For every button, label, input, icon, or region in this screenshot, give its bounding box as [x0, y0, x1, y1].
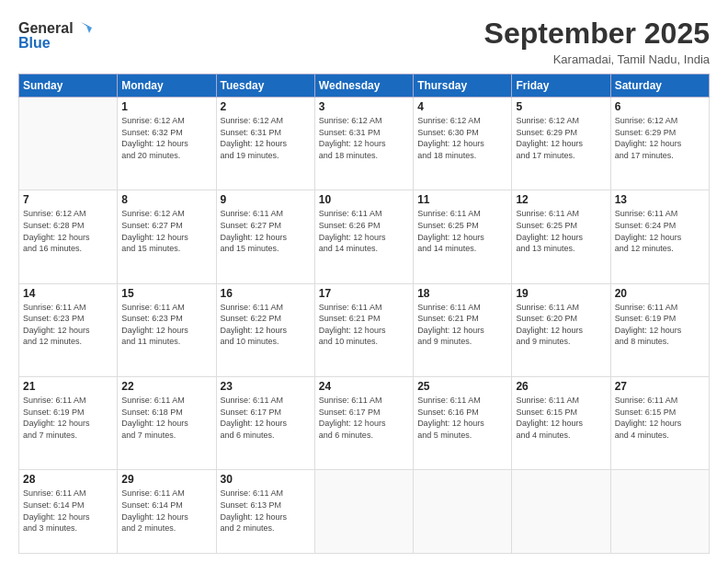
cell-info: Sunrise: 6:11 AM Sunset: 6:17 PM Dayligh…	[319, 395, 409, 441]
day-number: 4	[417, 100, 507, 113]
cell-info: Sunrise: 6:12 AM Sunset: 6:31 PM Dayligh…	[221, 115, 311, 161]
cell-info: Sunrise: 6:12 AM Sunset: 6:31 PM Dayligh…	[319, 115, 409, 161]
calendar-cell: 30Sunrise: 6:11 AM Sunset: 6:13 PM Dayli…	[216, 470, 314, 554]
cell-info: Sunrise: 6:11 AM Sunset: 6:20 PM Dayligh…	[516, 302, 606, 348]
calendar-day-header: Thursday	[414, 75, 512, 98]
cell-info: Sunrise: 6:11 AM Sunset: 6:19 PM Dayligh…	[23, 395, 113, 441]
cell-info: Sunrise: 6:12 AM Sunset: 6:30 PM Dayligh…	[417, 115, 507, 161]
day-number: 27	[615, 380, 705, 393]
day-number: 30	[221, 473, 311, 486]
cell-info: Sunrise: 6:11 AM Sunset: 6:14 PM Dayligh…	[121, 488, 211, 534]
day-number: 21	[23, 380, 113, 393]
day-number: 16	[221, 287, 311, 300]
day-number: 6	[615, 100, 705, 113]
day-number: 18	[417, 287, 507, 300]
calendar-cell: 26Sunrise: 6:11 AM Sunset: 6:15 PM Dayli…	[512, 376, 610, 469]
day-number: 5	[516, 100, 606, 113]
calendar-cell: 3Sunrise: 6:12 AM Sunset: 6:31 PM Daylig…	[314, 98, 413, 190]
calendar-cell: 20Sunrise: 6:11 AM Sunset: 6:19 PM Dayli…	[610, 283, 709, 376]
calendar-week-row: 28Sunrise: 6:11 AM Sunset: 6:14 PM Dayli…	[19, 470, 710, 554]
day-number: 26	[516, 380, 606, 393]
logo-bird-icon	[74, 20, 94, 37]
cell-info: Sunrise: 6:12 AM Sunset: 6:29 PM Dayligh…	[615, 115, 705, 161]
day-number: 23	[221, 380, 311, 393]
svg-marker-0	[81, 22, 92, 28]
calendar-cell	[512, 470, 610, 554]
calendar-cell: 15Sunrise: 6:11 AM Sunset: 6:23 PM Dayli…	[118, 283, 216, 376]
calendar-day-header: Tuesday	[216, 75, 314, 98]
calendar-cell: 7Sunrise: 6:12 AM Sunset: 6:28 PM Daylig…	[19, 190, 118, 283]
cell-info: Sunrise: 6:11 AM Sunset: 6:23 PM Dayligh…	[23, 302, 113, 348]
cell-info: Sunrise: 6:12 AM Sunset: 6:28 PM Dayligh…	[23, 208, 113, 254]
day-number: 3	[319, 100, 409, 113]
cell-info: Sunrise: 6:11 AM Sunset: 6:23 PM Dayligh…	[121, 302, 211, 348]
calendar-cell: 9Sunrise: 6:11 AM Sunset: 6:27 PM Daylig…	[216, 190, 314, 283]
calendar-day-header: Monday	[118, 75, 216, 98]
calendar-cell: 1Sunrise: 6:12 AM Sunset: 6:32 PM Daylig…	[118, 98, 216, 190]
calendar-cell	[19, 98, 118, 190]
day-number: 9	[221, 193, 311, 206]
calendar-cell: 21Sunrise: 6:11 AM Sunset: 6:19 PM Dayli…	[19, 376, 118, 469]
calendar-header-row: SundayMondayTuesdayWednesdayThursdayFrid…	[19, 75, 710, 98]
calendar-cell: 25Sunrise: 6:11 AM Sunset: 6:16 PM Dayli…	[414, 376, 512, 469]
day-number: 2	[221, 100, 311, 113]
calendar-cell: 5Sunrise: 6:12 AM Sunset: 6:29 PM Daylig…	[512, 98, 610, 190]
calendar-cell: 13Sunrise: 6:11 AM Sunset: 6:24 PM Dayli…	[610, 190, 709, 283]
calendar-cell: 16Sunrise: 6:11 AM Sunset: 6:22 PM Dayli…	[216, 283, 314, 376]
logo-blue: Blue	[18, 35, 51, 52]
calendar-cell: 17Sunrise: 6:11 AM Sunset: 6:21 PM Dayli…	[314, 283, 413, 376]
calendar-cell: 22Sunrise: 6:11 AM Sunset: 6:18 PM Dayli…	[118, 376, 216, 469]
cell-info: Sunrise: 6:12 AM Sunset: 6:32 PM Dayligh…	[121, 115, 211, 161]
calendar-day-header: Wednesday	[314, 75, 413, 98]
calendar-cell: 2Sunrise: 6:12 AM Sunset: 6:31 PM Daylig…	[216, 98, 314, 190]
day-number: 29	[121, 473, 211, 486]
calendar-week-row: 7Sunrise: 6:12 AM Sunset: 6:28 PM Daylig…	[19, 190, 710, 283]
cell-info: Sunrise: 6:11 AM Sunset: 6:21 PM Dayligh…	[417, 302, 507, 348]
calendar-week-row: 1Sunrise: 6:12 AM Sunset: 6:32 PM Daylig…	[19, 98, 710, 190]
day-number: 12	[516, 193, 606, 206]
title-block: September 2025 Karamadai, Tamil Nadu, In…	[484, 17, 710, 66]
calendar-cell: 18Sunrise: 6:11 AM Sunset: 6:21 PM Dayli…	[414, 283, 512, 376]
day-number: 1	[121, 100, 211, 113]
day-number: 8	[121, 193, 211, 206]
svg-marker-1	[86, 26, 92, 33]
calendar-day-header: Friday	[512, 75, 610, 98]
cell-info: Sunrise: 6:11 AM Sunset: 6:15 PM Dayligh…	[516, 395, 606, 441]
calendar-cell: 6Sunrise: 6:12 AM Sunset: 6:29 PM Daylig…	[610, 98, 709, 190]
calendar-cell: 24Sunrise: 6:11 AM Sunset: 6:17 PM Dayli…	[314, 376, 413, 469]
cell-info: Sunrise: 6:11 AM Sunset: 6:22 PM Dayligh…	[221, 302, 311, 348]
cell-info: Sunrise: 6:11 AM Sunset: 6:24 PM Dayligh…	[615, 208, 705, 254]
cell-info: Sunrise: 6:11 AM Sunset: 6:19 PM Dayligh…	[615, 302, 705, 348]
calendar-table: SundayMondayTuesdayWednesdayThursdayFrid…	[18, 74, 710, 554]
calendar-cell	[414, 470, 512, 554]
cell-info: Sunrise: 6:11 AM Sunset: 6:26 PM Dayligh…	[319, 208, 409, 254]
calendar-cell: 19Sunrise: 6:11 AM Sunset: 6:20 PM Dayli…	[512, 283, 610, 376]
cell-info: Sunrise: 6:11 AM Sunset: 6:13 PM Dayligh…	[221, 488, 311, 534]
calendar-cell: 12Sunrise: 6:11 AM Sunset: 6:25 PM Dayli…	[512, 190, 610, 283]
day-number: 22	[121, 380, 211, 393]
header: General Blue September 2025 Karamadai, T…	[18, 17, 710, 66]
calendar-week-row: 21Sunrise: 6:11 AM Sunset: 6:19 PM Dayli…	[19, 376, 710, 469]
day-number: 7	[23, 193, 113, 206]
cell-info: Sunrise: 6:11 AM Sunset: 6:27 PM Dayligh…	[221, 208, 311, 254]
day-number: 28	[23, 473, 113, 486]
calendar-cell: 11Sunrise: 6:11 AM Sunset: 6:25 PM Dayli…	[414, 190, 512, 283]
calendar-day-header: Saturday	[610, 75, 709, 98]
day-number: 17	[319, 287, 409, 300]
cell-info: Sunrise: 6:11 AM Sunset: 6:21 PM Dayligh…	[319, 302, 409, 348]
calendar-cell: 27Sunrise: 6:11 AM Sunset: 6:15 PM Dayli…	[610, 376, 709, 469]
calendar-cell: 8Sunrise: 6:12 AM Sunset: 6:27 PM Daylig…	[118, 190, 216, 283]
cell-info: Sunrise: 6:11 AM Sunset: 6:18 PM Dayligh…	[121, 395, 211, 441]
cell-info: Sunrise: 6:11 AM Sunset: 6:25 PM Dayligh…	[417, 208, 507, 254]
calendar-day-header: Sunday	[19, 75, 118, 98]
day-number: 24	[319, 380, 409, 393]
calendar-cell: 29Sunrise: 6:11 AM Sunset: 6:14 PM Dayli…	[118, 470, 216, 554]
calendar-cell	[610, 470, 709, 554]
calendar-cell: 28Sunrise: 6:11 AM Sunset: 6:14 PM Dayli…	[19, 470, 118, 554]
day-number: 20	[615, 287, 705, 300]
day-number: 15	[121, 287, 211, 300]
calendar-cell: 23Sunrise: 6:11 AM Sunset: 6:17 PM Dayli…	[216, 376, 314, 469]
cell-info: Sunrise: 6:11 AM Sunset: 6:14 PM Dayligh…	[23, 488, 113, 534]
cell-info: Sunrise: 6:12 AM Sunset: 6:27 PM Dayligh…	[121, 208, 211, 254]
month-title: September 2025	[484, 17, 710, 51]
